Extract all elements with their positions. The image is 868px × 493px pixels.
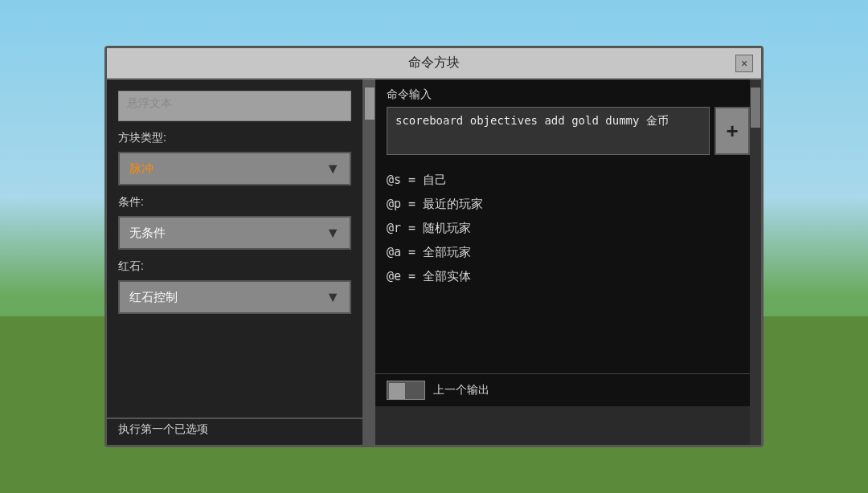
dialog-title: 命令方块 <box>408 55 460 71</box>
toggle-knob <box>389 383 405 399</box>
hover-text-placeholder: 悬浮文本 <box>127 96 172 109</box>
condition-label: 条件: <box>118 195 351 210</box>
right-scrollbar-thumb <box>751 88 760 128</box>
block-type-dropdown[interactable]: 脉冲 ▼ <box>118 152 351 185</box>
reference-item: @s = 自己 <box>387 168 750 192</box>
hover-text-input[interactable]: 悬浮文本 <box>118 91 351 121</box>
reference-item: @a = 全部玩家 <box>387 240 750 264</box>
close-button[interactable]: × <box>735 55 753 72</box>
redstone-section: 红石: 红石控制 ▼ <box>118 259 351 314</box>
prev-output-label: 上一个输出 <box>433 383 489 397</box>
command-input-label: 命令输入 <box>375 79 761 107</box>
dialog-titlebar: 命令方块 × <box>107 48 761 79</box>
scrollbar-thumb <box>365 88 375 120</box>
redstone-arrow-icon: ▼ <box>326 289 340 306</box>
reference-item: @r = 随机玩家 <box>387 216 750 240</box>
redstone-label: 红石: <box>118 259 351 274</box>
close-icon: × <box>741 57 747 70</box>
right-panel: 命令输入 scoreboard objectives add gold dumm… <box>375 79 761 445</box>
reference-item: @p = 最近的玩家 <box>387 192 750 216</box>
condition-dropdown[interactable]: 无条件 ▼ <box>118 216 351 250</box>
output-area <box>375 406 761 445</box>
prev-output-row: 上一个输出 <box>375 373 761 406</box>
condition-section: 条件: 无条件 ▼ <box>118 195 351 250</box>
panel-scrollbar[interactable] <box>364 79 375 445</box>
left-divider <box>107 418 362 419</box>
command-input[interactable]: scoreboard objectives add gold dummy 金币 <box>387 107 710 155</box>
right-scrollbar[interactable] <box>750 79 761 445</box>
dialog-body: 悬浮文本 方块类型: 脉冲 ▼ 条件: 无条件 ▼ 红石: <box>107 79 761 445</box>
block-type-section: 方块类型: 脉冲 ▼ <box>118 131 351 185</box>
condition-arrow-icon: ▼ <box>326 225 340 242</box>
reference-item: @e = 全部实体 <box>387 264 750 288</box>
redstone-dropdown[interactable]: 红石控制 ▼ <box>118 280 351 314</box>
block-type-label: 方块类型: <box>118 131 351 145</box>
add-command-button[interactable]: + <box>714 107 750 155</box>
left-panel: 悬浮文本 方块类型: 脉冲 ▼ 条件: 无条件 ▼ 红石: <box>107 79 364 445</box>
reference-list: @s = 自己@p = 最近的玩家@r = 随机玩家@a = 全部玩家@e = … <box>375 161 761 373</box>
condition-value: 无条件 <box>129 226 166 241</box>
execute-label: 执行第一个已选项 <box>118 422 208 437</box>
command-input-row: scoreboard objectives add gold dummy 金币 … <box>375 107 761 161</box>
block-type-value: 脉冲 <box>129 161 154 177</box>
redstone-value: 红石控制 <box>129 290 178 305</box>
block-type-arrow-icon: ▼ <box>326 161 340 177</box>
command-block-dialog: 命令方块 × 悬浮文本 方块类型: 脉冲 ▼ 条件: <box>104 46 764 447</box>
toggle-switch[interactable] <box>387 381 425 400</box>
